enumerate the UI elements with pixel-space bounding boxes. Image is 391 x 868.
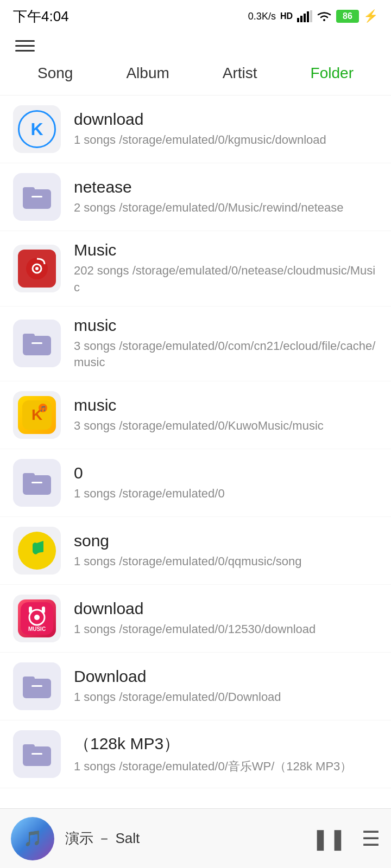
folder-name: （128k MP3） bbox=[74, 733, 378, 755]
list-item[interactable]: （128k MP3） 1 songs /storage/emulated/0/音… bbox=[0, 720, 391, 788]
folder-name: 0 bbox=[74, 464, 378, 482]
hamburger-line-3 bbox=[15, 50, 35, 52]
list-item[interactable]: Music 202 songs /storage/emulated/0/nete… bbox=[0, 231, 391, 307]
list-item[interactable]: K 🎵 music 3 songs /storage/emulated/0/Ku… bbox=[0, 381, 391, 449]
folder-name: download bbox=[74, 110, 378, 129]
svg-rect-25 bbox=[29, 607, 32, 613]
folder-icon-music-app: MUSIC bbox=[13, 595, 61, 642]
playlist-button[interactable]: ☰ bbox=[362, 827, 380, 851]
folder-name: Download bbox=[74, 667, 378, 686]
wifi-icon bbox=[317, 10, 332, 22]
folder-path: 3 songs /storage/emulated/0/KuwoMusic/mu… bbox=[74, 418, 378, 435]
folder-path: 1 songs /storage/emulated/0 bbox=[74, 486, 378, 502]
folder-name: Music bbox=[74, 241, 378, 259]
svg-rect-3 bbox=[307, 11, 309, 22]
hamburger-menu[interactable] bbox=[15, 40, 35, 52]
netease-music-icon bbox=[25, 257, 49, 280]
list-item[interactable]: netease 2 songs /storage/emulated/0/Musi… bbox=[0, 163, 391, 231]
svg-rect-2 bbox=[304, 14, 306, 22]
svg-rect-20 bbox=[31, 482, 42, 483]
svg-rect-4 bbox=[310, 10, 312, 22]
network-speed: 0.3K/s bbox=[248, 11, 276, 22]
svg-text:🎵: 🎵 bbox=[40, 405, 47, 412]
folder-path: 1 songs /storage/emulated/0/音乐WP/（128k M… bbox=[74, 758, 378, 775]
svg-rect-13 bbox=[31, 342, 42, 344]
folder-name: netease bbox=[74, 178, 378, 196]
menu-bar bbox=[0, 30, 391, 57]
hamburger-line-2 bbox=[15, 45, 35, 47]
folder-list: K download 1 songs /storage/emulated/0/k… bbox=[0, 95, 391, 788]
svg-rect-0 bbox=[297, 18, 299, 22]
tab-song[interactable]: Song bbox=[33, 62, 77, 84]
list-item[interactable]: Download 1 songs /storage/emulated/0/Dow… bbox=[0, 653, 391, 720]
svg-rect-30 bbox=[31, 685, 42, 687]
folder-name: song bbox=[74, 532, 378, 550]
folder-purple-icon bbox=[23, 185, 51, 209]
battery-indicator: 86 bbox=[336, 10, 359, 23]
folder-path: 202 songs /storage/emulated/0/netease/cl… bbox=[74, 263, 378, 296]
album-art: 🎵 bbox=[11, 817, 54, 860]
hamburger-line-1 bbox=[15, 40, 35, 42]
list-item[interactable]: music 3 songs /storage/emulated/0/com/cn… bbox=[0, 307, 391, 382]
svg-rect-6 bbox=[23, 187, 35, 194]
folder-name: music bbox=[74, 316, 378, 335]
pause-button[interactable]: ❚❚ bbox=[312, 827, 346, 851]
svg-rect-26 bbox=[42, 607, 45, 613]
folder-purple-icon-5 bbox=[23, 742, 51, 766]
svg-rect-1 bbox=[300, 16, 302, 22]
tab-bar: Song Album Artist Folder bbox=[0, 57, 391, 95]
status-icons: 0.3K/s HD 86 ⚡ bbox=[248, 9, 378, 23]
folder-path: 2 songs /storage/emulated/0/Music/rewind… bbox=[74, 200, 378, 216]
tab-album[interactable]: Album bbox=[122, 62, 173, 84]
list-item[interactable]: K download 1 songs /storage/emulated/0/k… bbox=[0, 95, 391, 163]
svg-rect-12 bbox=[23, 334, 35, 340]
svg-point-10 bbox=[35, 267, 39, 270]
charging-icon: ⚡ bbox=[363, 9, 378, 23]
bottom-player: 🎵 演示 － Salt ❚❚ ☰ bbox=[0, 808, 391, 868]
tab-artist[interactable]: Artist bbox=[218, 62, 262, 84]
folder-purple-icon-2 bbox=[23, 331, 51, 355]
svg-text:MUSIC: MUSIC bbox=[28, 626, 46, 632]
music-app-icon: MUSIC bbox=[21, 602, 53, 635]
folder-icon-qq bbox=[13, 527, 61, 575]
player-track-info[interactable]: 演示 － Salt bbox=[65, 829, 312, 848]
list-item[interactable]: 0 1 songs /storage/emulated/0 bbox=[0, 449, 391, 517]
folder-name: download bbox=[74, 599, 378, 618]
folder-path: 1 songs /storage/emulated/0/Download bbox=[74, 689, 378, 706]
folder-path: 3 songs /storage/emulated/0/com/cn21/ecl… bbox=[74, 338, 378, 372]
list-item[interactable]: MUSIC download 1 songs /storage/emulated… bbox=[0, 585, 391, 653]
svg-rect-7 bbox=[31, 196, 42, 197]
folder-icon-kuwo: K 🎵 bbox=[13, 391, 61, 439]
folder-path: 1 songs /storage/emulated/0/12530/downlo… bbox=[74, 621, 378, 638]
svg-rect-33 bbox=[31, 753, 42, 755]
svg-point-24 bbox=[34, 615, 40, 620]
folder-icon-ecloud bbox=[13, 320, 61, 367]
folder-icon-128k bbox=[13, 730, 61, 778]
svg-rect-32 bbox=[23, 744, 35, 751]
folder-icon-kg: K bbox=[13, 105, 61, 153]
folder-purple-icon-3 bbox=[23, 471, 51, 495]
tab-folder[interactable]: Folder bbox=[306, 62, 358, 84]
folder-icon-0 bbox=[13, 459, 61, 507]
folder-purple-icon-4 bbox=[23, 674, 51, 698]
folder-path: 1 songs /storage/emulated/0/kgmusic/down… bbox=[74, 132, 378, 149]
folder-path: 1 songs /storage/emulated/0/qqmusic/song bbox=[74, 553, 378, 570]
network-type-icon: HD bbox=[280, 11, 293, 21]
folder-name: music bbox=[74, 396, 378, 414]
folder-icon-netease-folder bbox=[13, 173, 61, 221]
svg-rect-19 bbox=[23, 473, 35, 480]
player-thumbnail[interactable]: 🎵 bbox=[11, 817, 54, 860]
svg-rect-29 bbox=[23, 676, 35, 683]
player-controls: ❚❚ ☰ bbox=[312, 827, 380, 851]
kuwo-icon: K 🎵 bbox=[22, 400, 52, 430]
folder-icon-netease-cloud bbox=[13, 245, 61, 292]
folder-icon-Download bbox=[13, 662, 61, 710]
signal-icon bbox=[297, 10, 312, 22]
status-bar: 下午4:04 0.3K/s HD 86 ⚡ bbox=[0, 0, 391, 30]
qq-music-icon bbox=[21, 534, 53, 567]
list-item[interactable]: song 1 songs /storage/emulated/0/qqmusic… bbox=[0, 517, 391, 585]
status-time: 下午4:04 bbox=[13, 7, 69, 26]
